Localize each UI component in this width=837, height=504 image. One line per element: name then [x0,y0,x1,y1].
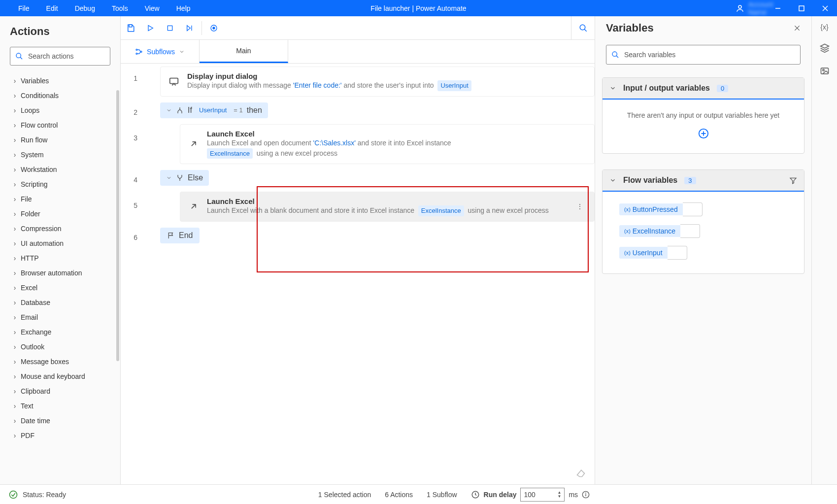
run-delay-control: Run delay 100 ▲▼ ms [471,488,590,502]
svg-point-35 [586,493,586,493]
flow-body: 1 Display input dialog Display input dia… [121,64,595,484]
menu-view[interactable]: View [136,1,168,16]
action-group[interactable]: ›PDF [0,428,120,443]
svg-rect-29 [821,68,828,74]
svg-point-5 [16,53,21,58]
tabs-row: Subflows Main [121,40,595,64]
svg-point-30 [822,69,824,71]
action-group[interactable]: ›Conditionals [0,88,120,103]
variables-panel: Variables Search variables Input / outpu… [595,16,811,484]
action-group[interactable]: ›HTTP [0,251,120,266]
editor-center: Subflows Main 1 Display input dialog Dis… [121,16,595,484]
maximize-button[interactable] [790,0,813,16]
action-group[interactable]: ›Email [0,310,120,325]
step-button[interactable] [180,16,200,40]
save-button[interactable] [121,16,140,40]
status-subflows: 1 Subflow [427,491,457,499]
account-name: Account Name [748,0,773,16]
action-group[interactable]: ›Folder [0,206,120,221]
dialog-icon [167,75,180,88]
svg-point-0 [738,5,741,8]
actions-list: ›Variables ›Conditionals ›Loops ›Flow co… [0,69,120,484]
action-group[interactable]: ›Exchange [0,325,120,339]
action-group[interactable]: ›Text [0,399,120,413]
close-button[interactable] [813,0,837,16]
variables-search[interactable]: Search variables [606,45,801,65]
rail-variables-icon[interactable]: {x} [820,23,828,31]
action-group[interactable]: ›Clipboard [0,384,120,399]
flow-variable[interactable]: (x)ExcelInstance [619,224,700,238]
toolbar-search[interactable] [571,16,595,40]
line-number: 3 [121,121,147,142]
status-ready: Status: Ready [23,491,66,499]
menu-help[interactable]: Help [168,1,199,16]
step-launch-excel-open[interactable]: Launch Excel Launch Excel and open docum… [180,124,595,165]
variables-close[interactable] [794,22,801,34]
step-more-menu[interactable]: ⋮ [572,202,587,210]
end-block[interactable]: End [160,228,200,243]
step-display-input-dialog[interactable]: Display input dialog Display input dialo… [160,67,595,97]
delay-spinbox[interactable]: 100 ▲▼ [520,488,565,502]
else-block[interactable]: Else [160,170,209,186]
svg-line-15 [584,29,587,32]
action-group[interactable]: ›Run flow [0,133,120,147]
svg-point-22 [612,52,617,56]
action-group[interactable]: ›Mouse and keyboard [0,369,120,384]
svg-line-23 [616,56,618,58]
action-group[interactable]: ›UI automation [0,236,120,251]
rail-images-icon[interactable] [820,66,830,77]
action-group[interactable]: ›Message boxes [0,354,120,369]
action-group[interactable]: ›Outlook [0,339,120,354]
menu-bar: File Edit Debug Tools View Help [0,1,199,16]
chevron-down-icon [609,177,616,184]
action-group[interactable]: ›Excel [0,280,120,295]
actions-panel: Actions Search actions ›Variables ›Condi… [0,16,121,484]
stop-button[interactable] [160,16,180,40]
account-badge[interactable]: Account Name [742,0,766,16]
action-group[interactable]: ›Workstation [0,162,120,177]
filter-icon[interactable] [789,176,797,184]
if-block[interactable]: If UserInput = 1 then [160,102,268,118]
tab-main[interactable]: Main [200,40,288,63]
chevron-down-icon [166,175,172,181]
action-group[interactable]: ›File [0,192,120,206]
add-io-variable[interactable] [612,128,794,141]
line-number: 4 [121,167,147,184]
menu-tools[interactable]: Tools [103,1,136,16]
action-group[interactable]: ›Loops [0,103,120,118]
step-launch-excel-blank[interactable]: Launch Excel Launch Excel with a blank d… [180,192,595,222]
svg-point-13 [213,27,215,29]
record-button[interactable] [204,16,224,40]
svg-rect-7 [129,25,132,27]
rail-layers-icon[interactable] [820,43,830,54]
action-group[interactable]: ›Date time [0,413,120,428]
action-group[interactable]: ›Scripting [0,177,120,192]
chevron-down-icon [179,49,185,55]
subflows-dropdown[interactable]: Subflows [121,40,200,63]
action-group[interactable]: ›Flow control [0,118,120,133]
action-group[interactable]: ›Compression [0,221,120,236]
action-group[interactable]: ›Variables [0,73,120,88]
status-bar: Status: Ready 1 Selected action 6 Action… [0,484,837,504]
eraser-icon[interactable] [576,468,586,479]
flow-variable[interactable]: (x)ButtonPressed [619,202,703,216]
svg-line-6 [20,57,22,59]
flow-variables-header[interactable]: Flow variables 3 [603,170,804,192]
action-group[interactable]: ›System [0,147,120,162]
scrollbar-thumb[interactable] [116,90,119,361]
actions-search[interactable]: Search actions [10,47,110,66]
actions-title: Actions [0,16,120,43]
menu-file[interactable]: File [10,1,38,16]
toolbar [121,16,595,40]
menu-edit[interactable]: Edit [38,1,67,16]
io-variables-header[interactable]: Input / output variables 0 [603,78,804,100]
line-number: 2 [121,100,147,116]
action-group[interactable]: ›Database [0,295,120,310]
branch-icon [176,106,184,114]
svg-point-16 [136,49,137,50]
run-button[interactable] [140,16,160,40]
flow-variable[interactable]: (x)UserInput [619,246,687,260]
menu-debug[interactable]: Debug [67,1,103,16]
action-group[interactable]: ›Browser automation [0,266,120,280]
info-icon[interactable] [582,491,590,499]
